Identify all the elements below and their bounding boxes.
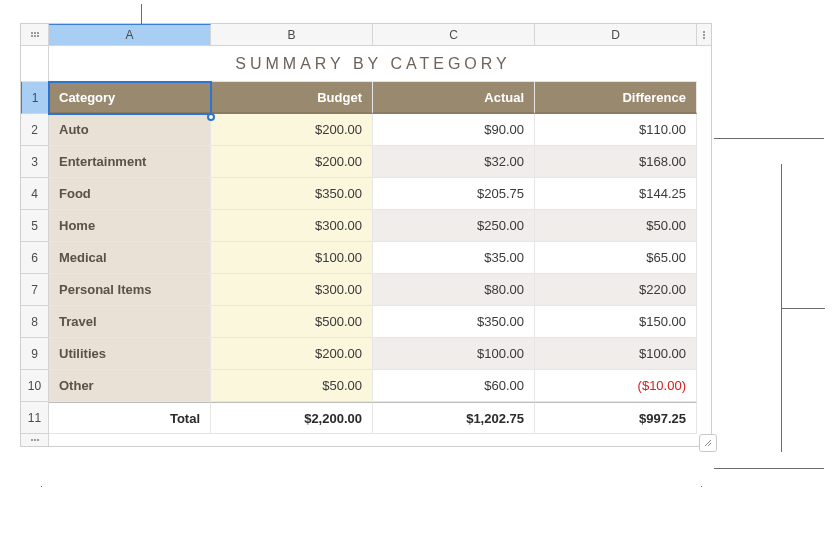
table-resize-handle[interactable]: [699, 434, 717, 452]
cell-a6[interactable]: Medical: [49, 242, 211, 274]
column-header-b[interactable]: B: [211, 24, 373, 46]
cell-c3[interactable]: $32.00: [373, 146, 535, 178]
resize-icon: [703, 438, 713, 448]
cell-c4[interactable]: $205.75: [373, 178, 535, 210]
cell-d5[interactable]: $50.00: [535, 210, 697, 242]
callout-line: [714, 468, 824, 469]
row-header-7[interactable]: 7: [21, 274, 49, 306]
callout-line: [41, 486, 42, 487]
cell-c10[interactable]: $60.00: [373, 370, 535, 402]
column-header-c[interactable]: C: [373, 24, 535, 46]
column-header-d[interactable]: D: [535, 24, 697, 46]
cell-c1[interactable]: Actual: [373, 82, 535, 114]
row-header-3[interactable]: 3: [21, 146, 49, 178]
cell-a1[interactable]: Category: [49, 82, 211, 114]
cell-c11[interactable]: $1,202.75: [373, 402, 535, 434]
cell-b8[interactable]: $500.00: [211, 306, 373, 338]
cell-a2[interactable]: Auto: [49, 114, 211, 146]
row-header-9[interactable]: 9: [21, 338, 49, 370]
row-header-2[interactable]: 2: [21, 114, 49, 146]
cell-a11[interactable]: Total: [49, 402, 211, 434]
cell-d2[interactable]: $110.00: [535, 114, 697, 146]
cell-a8[interactable]: Travel: [49, 306, 211, 338]
cell-a4[interactable]: Food: [49, 178, 211, 210]
cell-c7[interactable]: $80.00: [373, 274, 535, 306]
callout-line: [714, 138, 824, 139]
row-header-8[interactable]: 8: [21, 306, 49, 338]
callout-line: [141, 4, 142, 24]
cell-b3[interactable]: $200.00: [211, 146, 373, 178]
cell-a7[interactable]: Personal Items: [49, 274, 211, 306]
cell-b7[interactable]: $300.00: [211, 274, 373, 306]
cell-b4[interactable]: $350.00: [211, 178, 373, 210]
cell-a5[interactable]: Home: [49, 210, 211, 242]
cell-d11[interactable]: $997.25: [535, 402, 697, 434]
selection-handle[interactable]: [207, 113, 215, 121]
row-header-4[interactable]: 4: [21, 178, 49, 210]
add-column-handle[interactable]: [697, 24, 711, 46]
cell-b10[interactable]: $50.00: [211, 370, 373, 402]
table-title[interactable]: SUMMARY BY CATEGORY: [49, 46, 697, 82]
column-header-a[interactable]: A: [49, 24, 211, 46]
cell-c5[interactable]: $250.00: [373, 210, 535, 242]
cell-b11[interactable]: $2,200.00: [211, 402, 373, 434]
cell-d1[interactable]: Difference: [535, 82, 697, 114]
callout-line: [701, 486, 702, 487]
cell-a9[interactable]: Utilities: [49, 338, 211, 370]
cell-d7[interactable]: $220.00: [535, 274, 697, 306]
cell-b5[interactable]: $300.00: [211, 210, 373, 242]
cell-d9[interactable]: $100.00: [535, 338, 697, 370]
cell-a10[interactable]: Other: [49, 370, 211, 402]
row-header-6[interactable]: 6: [21, 242, 49, 274]
cell-c6[interactable]: $35.00: [373, 242, 535, 274]
cell-c9[interactable]: $100.00: [373, 338, 535, 370]
cell-d3[interactable]: $168.00: [535, 146, 697, 178]
select-all-handle[interactable]: [21, 24, 49, 46]
cell-b6[interactable]: $100.00: [211, 242, 373, 274]
cell-c2[interactable]: $90.00: [373, 114, 535, 146]
row-header-5[interactable]: 5: [21, 210, 49, 242]
cell-b9[interactable]: $200.00: [211, 338, 373, 370]
spreadsheet-table: A B C D SUMMARY BY CATEGORY 1 Category B…: [20, 23, 712, 447]
row-header-10[interactable]: 10: [21, 370, 49, 402]
cell-d8[interactable]: $150.00: [535, 306, 697, 338]
callout-line: [781, 308, 825, 309]
cell-d4[interactable]: $144.25: [535, 178, 697, 210]
row-header-1[interactable]: 1: [21, 82, 49, 114]
row-header-11[interactable]: 11: [21, 402, 49, 434]
cell-a3[interactable]: Entertainment: [49, 146, 211, 178]
cell-b2[interactable]: $200.00: [211, 114, 373, 146]
cell-c8[interactable]: $350.00: [373, 306, 535, 338]
cell-d10[interactable]: ($10.00): [535, 370, 697, 402]
cell-d6[interactable]: $65.00: [535, 242, 697, 274]
cell-b1[interactable]: Budget: [211, 82, 373, 114]
add-row-handle[interactable]: [21, 434, 49, 446]
